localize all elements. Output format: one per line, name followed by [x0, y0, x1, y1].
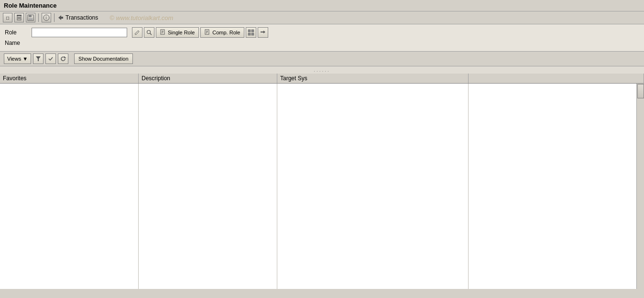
- svg-rect-24: [251, 33, 254, 35]
- watermark: © www.tutorialkart.com: [109, 14, 173, 21]
- svg-rect-22: [251, 30, 254, 32]
- edit-button[interactable]: [132, 27, 142, 38]
- show-documentation-label: Show Documentation: [78, 56, 129, 62]
- scrollbar[interactable]: [636, 84, 644, 289]
- col-header-description: Description: [139, 74, 277, 83]
- transfer-button[interactable]: [258, 27, 268, 38]
- toolbar-separator-2: [54, 13, 55, 22]
- views-button[interactable]: Views ▼: [4, 53, 31, 64]
- transactions-label: Transactions: [65, 14, 98, 21]
- role-row: Role: [5, 27, 639, 38]
- content-wrapper: Favorites Description Target Sys: [0, 74, 644, 289]
- table-header: Favorites Description Target Sys: [0, 74, 644, 84]
- table-body: [0, 84, 644, 289]
- new-doc-icon[interactable]: □: [3, 13, 12, 22]
- dotted-divider: ......: [0, 66, 644, 74]
- favorites-panel: [0, 84, 139, 289]
- views-dropdown-icon: ▼: [22, 56, 28, 62]
- extra-panel: [469, 84, 644, 289]
- grid-button[interactable]: [246, 27, 256, 38]
- role-label: Role: [5, 29, 29, 36]
- filter-icon-button[interactable]: [33, 53, 44, 64]
- delete-icon[interactable]: [14, 13, 24, 22]
- show-documentation-button[interactable]: Show Documentation: [74, 53, 133, 64]
- toolbar-separator-1: [38, 13, 39, 22]
- role-input[interactable]: [32, 28, 127, 37]
- save-icon[interactable]: [26, 13, 35, 22]
- role-buttons: Single Role Comp. Role: [132, 27, 268, 38]
- svg-marker-25: [36, 56, 41, 61]
- views-label: Views: [7, 56, 21, 62]
- refresh-icon-button[interactable]: [58, 53, 68, 64]
- name-label: Name: [5, 40, 29, 46]
- info-icon[interactable]: i: [42, 13, 51, 22]
- single-role-label: Single Role: [168, 30, 195, 35]
- col-header-target-sys: Target Sys: [277, 74, 469, 83]
- svg-rect-6: [29, 15, 32, 17]
- table-container: Favorites Description Target Sys: [0, 74, 644, 289]
- scrollbar-thumb[interactable]: [637, 84, 644, 98]
- svg-text:i: i: [46, 15, 47, 20]
- matchcode-button[interactable]: [144, 27, 154, 38]
- comp-role-label: Comp. Role: [212, 30, 240, 35]
- name-row: Name: [5, 40, 639, 46]
- single-role-button[interactable]: Single Role: [156, 27, 199, 38]
- svg-line-10: [138, 31, 139, 32]
- form-area: Role: [0, 24, 644, 52]
- comp-role-button[interactable]: Comp. Role: [200, 27, 244, 38]
- page-title: Role Maintenance: [4, 2, 57, 9]
- svg-line-12: [150, 33, 152, 35]
- main-toolbar: □ i Transactions © www.tutorialkart.com: [0, 11, 644, 24]
- target-sys-panel: [277, 84, 469, 289]
- check-icon-button[interactable]: [45, 53, 56, 64]
- svg-rect-7: [29, 18, 33, 20]
- svg-rect-23: [248, 33, 251, 35]
- second-toolbar: Views ▼ Show Documentation: [0, 52, 644, 66]
- description-panel: [139, 84, 277, 289]
- svg-rect-21: [248, 30, 251, 32]
- col-header-extra: [469, 74, 644, 83]
- col-header-favorites: Favorites: [0, 74, 139, 83]
- svg-point-11: [147, 31, 151, 34]
- transactions-menu[interactable]: Transactions: [57, 14, 98, 21]
- title-bar: Role Maintenance: [0, 0, 644, 11]
